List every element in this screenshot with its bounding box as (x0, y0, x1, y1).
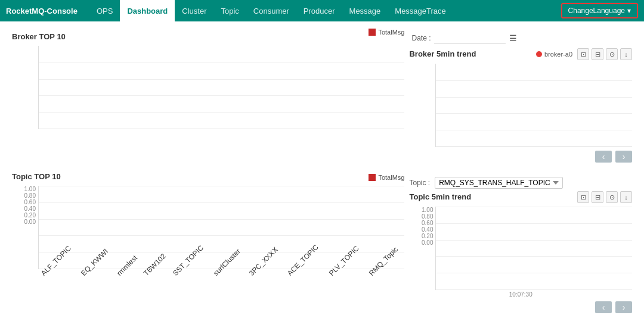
topic-select[interactable]: RMQ_SYS_TRANS_HALF_TOPIC (435, 177, 563, 189)
broker-5min-chart (435, 64, 632, 147)
topic-5min-scroll-buttons: ‹ › (409, 301, 632, 313)
topic-minus-icon-btn[interactable]: ⊟ (592, 191, 603, 203)
topic-top10-legend: TotalMsg (369, 174, 404, 181)
navbar: RocketMQ-Console OPS Dashboard Cluster T… (0, 0, 644, 21)
broker-top10-legend-dot (369, 29, 376, 36)
broker-5min-chart-wrapper (435, 64, 632, 147)
broker-top10-title: Broker TOP 10 (12, 32, 66, 41)
main-content: Broker TOP 10 TotalMsg Date : ☰ Broker 5… (0, 21, 644, 315)
broker-5min-title: Broker 5min trend (409, 49, 476, 58)
topic-top10-header: Topic TOP 10 TotalMsg (12, 172, 404, 183)
topic-5min-icon-buttons: ⊡ ⊟ ⊙ ↓ (577, 191, 632, 203)
topic-5min-chart-wrapper: 1.00 0.80 0.60 0.40 0.20 0.00 (435, 207, 632, 290)
topic-5min-title: Topic 5min trend (409, 192, 471, 201)
calendar-icon[interactable]: ☰ (509, 33, 517, 43)
nav-messagetrace[interactable]: MessageTrace (388, 0, 453, 21)
zoom-icon-btn[interactable]: ⊡ (577, 48, 589, 60)
brand-logo: RocketMQ-Console (6, 7, 78, 15)
broker-top10-chart (38, 46, 404, 129)
topic-refresh-icon-btn[interactable]: ⊙ (606, 191, 618, 203)
broker-5min-icon-buttons: ⊡ ⊟ ⊙ ↓ (577, 48, 632, 60)
broker-5min-scroll-buttons: ‹ › (409, 151, 632, 163)
topic-5min-x-timestamp: 10:07:30 (409, 291, 632, 298)
date-input[interactable] (434, 32, 506, 43)
nav-message[interactable]: Message (342, 0, 388, 21)
scroll-left-btn[interactable]: ‹ (595, 151, 612, 163)
broker-top10-legend-label: TotalMsg (378, 29, 404, 36)
topic-zoom-icon-btn[interactable]: ⊡ (577, 191, 589, 203)
topic-label: Topic : (409, 179, 430, 187)
topic-scroll-right-btn[interactable]: › (615, 301, 632, 313)
nav-producer[interactable]: Producer (296, 0, 342, 21)
topic-selector-row: Topic : RMQ_SYS_TRANS_HALF_TOPIC (409, 177, 632, 189)
broker-5min-header: Broker 5min trend broker-a0 ⊡ ⊟ ⊙ ↓ (409, 48, 632, 61)
broker-top10-chart-wrapper (38, 46, 404, 129)
nav-consumer[interactable]: Consumer (246, 0, 296, 21)
topic-top10-x-axis: ALF_TOPIC EQ_KWWI rmmlest TBW102 SST_TOP… (38, 272, 404, 280)
nav-cluster[interactable]: Cluster (175, 0, 213, 21)
nav-topic[interactable]: Topic (213, 0, 246, 21)
nav-ops[interactable]: OPS (89, 0, 120, 21)
topic-scroll-left-btn[interactable]: ‹ (595, 301, 612, 313)
broker-top10-panel: Broker TOP 10 TotalMsg (10, 27, 407, 167)
minus-icon-btn[interactable]: ⊟ (592, 48, 603, 60)
topic-top10-legend-dot (369, 174, 376, 181)
broker-top10-header: Broker TOP 10 TotalMsg (12, 32, 404, 43)
date-label: Date : (411, 34, 431, 42)
refresh-icon-btn[interactable]: ⊙ (606, 48, 618, 60)
nav-dashboard[interactable]: Dashboard (120, 0, 175, 21)
topic-top10-title: Topic TOP 10 (12, 172, 61, 181)
broker-5min-legend-label: broker-a0 (544, 51, 572, 58)
change-language-button[interactable]: ChangeLanguage ▾ (561, 3, 638, 18)
topic-5min-chart (435, 207, 632, 290)
scroll-right-btn[interactable]: › (615, 151, 632, 163)
dropdown-arrow-icon: ▾ (627, 7, 631, 15)
broker-5min-panel: Date : ☰ Broker 5min trend broker-a0 ⊡ ⊟… (407, 27, 634, 167)
topic-5min-panel: Topic : RMQ_SYS_TRANS_HALF_TOPIC Topic 5… (407, 167, 634, 315)
topic-top10-panel: Topic TOP 10 TotalMsg 1.00 0.80 0.60 0.4… (10, 167, 407, 313)
date-row: Date : ☰ (409, 32, 632, 43)
broker-5min-legend: broker-a0 (536, 51, 572, 58)
broker-5min-legend-dot (536, 51, 542, 57)
topic-5min-header: Topic 5min trend ⊡ ⊟ ⊙ ↓ (409, 191, 632, 204)
download-icon-btn[interactable]: ↓ (620, 48, 632, 60)
topic-top10-legend-label: TotalMsg (378, 174, 404, 181)
topic-download-icon-btn[interactable]: ↓ (620, 191, 632, 203)
broker-top10-legend: TotalMsg (369, 29, 404, 36)
